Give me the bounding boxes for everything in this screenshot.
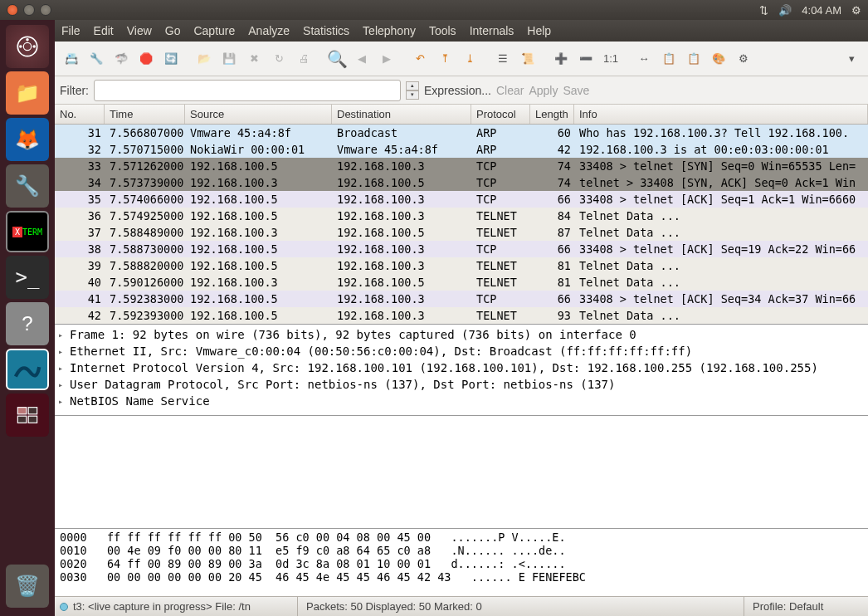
col-source[interactable]: Source	[185, 105, 332, 124]
packet-row[interactable]: 397.588820000192.168.100.5192.168.100.3T…	[55, 257, 868, 274]
packet-row[interactable]: 327.570715000NokiaWir_00:00:01Vmware_45:…	[55, 141, 868, 158]
window-close-button[interactable]	[7, 4, 18, 16]
tb-print-icon[interactable]: 🖨	[292, 47, 315, 71]
tb-open-icon[interactable]: 📂	[193, 47, 216, 71]
menu-help[interactable]: Help	[527, 24, 551, 37]
col-time[interactable]: Time	[105, 105, 185, 124]
launcher-dash[interactable]	[6, 25, 49, 68]
detail-line[interactable]: ▸User Datagram Protocol, Src Port: netbi…	[58, 376, 865, 393]
tb-save-icon[interactable]: 💾	[217, 47, 241, 71]
tb-start-icon[interactable]: 🦈	[110, 47, 133, 71]
filter-history-down[interactable]: ▾	[406, 90, 419, 100]
expert-info-led[interactable]	[60, 603, 68, 611]
packet-row[interactable]: 337.571262000192.168.100.5192.168.100.3T…	[55, 158, 868, 174]
tb-capture-filter-icon[interactable]: 📋	[657, 47, 680, 71]
tb-options-icon[interactable]: 🔧	[85, 47, 108, 71]
network-icon[interactable]: ⇅	[759, 4, 768, 17]
tb-goto-top-icon[interactable]: ⤒	[433, 47, 456, 71]
col-destination[interactable]: Destination	[332, 105, 471, 124]
tb-jump-back-icon[interactable]: ↶	[408, 47, 432, 71]
menu-edit[interactable]: Edit	[94, 24, 114, 37]
volume-icon[interactable]: 🔊	[778, 4, 792, 17]
menu-view[interactable]: View	[127, 24, 152, 37]
packet-row[interactable]: 387.588730000192.168.100.5192.168.100.3T…	[55, 241, 868, 257]
expand-icon[interactable]: ▸	[58, 364, 66, 373]
gear-icon[interactable]: ⚙	[851, 4, 861, 17]
col-info[interactable]: Info	[574, 105, 868, 124]
launcher-files[interactable]: 📁	[6, 71, 49, 115]
expand-icon[interactable]: ▸	[58, 380, 66, 389]
col-no[interactable]: No.	[55, 105, 105, 124]
tb-stop-icon[interactable]: 🛑	[134, 47, 158, 71]
menu-file[interactable]: File	[61, 24, 80, 37]
launcher-terminal[interactable]: >_	[6, 256, 49, 299]
tb-reload-icon[interactable]: ↻	[267, 47, 290, 71]
packet-details[interactable]: ▸Frame 1: 92 bytes on wire (736 bits), 9…	[55, 325, 868, 416]
apply-button[interactable]: Apply	[529, 84, 558, 97]
tb-interfaces-icon[interactable]: 📇	[60, 47, 83, 71]
packet-row[interactable]: 367.574925000192.168.100.5192.168.100.3T…	[55, 208, 868, 224]
status-profile: Profile: Default	[753, 600, 823, 613]
launcher-help[interactable]: ?	[6, 302, 49, 345]
menu-tools[interactable]: Tools	[429, 24, 456, 37]
clear-button[interactable]: Clear	[496, 84, 524, 97]
tb-next-icon[interactable]: ▶	[375, 47, 398, 71]
window-minimize-button[interactable]	[23, 4, 35, 16]
tb-coloring-rules-icon[interactable]: 🎨	[707, 47, 730, 71]
tb-find-icon[interactable]: 🔍	[325, 47, 349, 71]
launcher-workspace[interactable]	[6, 394, 49, 437]
menu-go[interactable]: Go	[165, 24, 181, 37]
menu-analyze[interactable]: Analyze	[248, 24, 290, 37]
tb-prev-icon[interactable]: ◀	[350, 47, 373, 71]
status-capture: t3: <live capture in progress> File: /tn	[73, 600, 297, 613]
tb-colorize-icon[interactable]: ☰	[491, 47, 514, 71]
col-length[interactable]: Length	[530, 105, 574, 124]
col-protocol[interactable]: Protocol	[471, 105, 530, 124]
detail-line[interactable]: ▸Ethernet II, Src: Vmware_c0:00:04 (00:5…	[58, 343, 865, 359]
launcher-wireshark[interactable]	[6, 349, 49, 390]
svg-rect-5	[17, 408, 26, 414]
expression-button[interactable]: Expression...	[424, 84, 491, 97]
tb-prefs-icon[interactable]: ⚙	[732, 47, 755, 71]
packet-list-header: No. Time Source Destination Protocol Len…	[55, 105, 868, 125]
tb-zoom-reset-icon[interactable]: 1:1	[599, 47, 622, 71]
tb-close-icon[interactable]: ✖	[242, 47, 266, 71]
top-panel: ⇅ 🔊 4:04 AM ⚙	[0, 0, 868, 20]
menu-statistics[interactable]: Statistics	[303, 24, 349, 37]
save-button[interactable]: Save	[563, 84, 589, 97]
filter-input[interactable]	[94, 80, 401, 101]
menu-telephony[interactable]: Telephony	[363, 24, 416, 37]
tb-zoom-out-icon[interactable]: ➖	[574, 47, 597, 71]
clock[interactable]: 4:04 AM	[802, 4, 841, 17]
packet-row[interactable]: 317.566807000Vmware_45:a4:8fBroadcastARP…	[55, 125, 868, 141]
packet-row[interactable]: 357.574066000192.168.100.5192.168.100.3T…	[55, 191, 868, 208]
packet-row[interactable]: 407.590126000192.168.100.3192.168.100.5T…	[55, 274, 868, 291]
launcher-trash[interactable]: 🗑️	[6, 565, 49, 608]
tb-overflow-icon[interactable]: ▾	[840, 47, 863, 71]
launcher-firefox[interactable]: 🦊	[6, 118, 49, 161]
packet-bytes[interactable]: 0000 ff ff ff ff ff ff 00 50 56 c0 00 04…	[55, 528, 868, 596]
packet-row[interactable]: 347.573739000192.168.100.3192.168.100.5T…	[55, 174, 868, 191]
menu-capture[interactable]: Capture	[193, 24, 235, 37]
expand-icon[interactable]: ▸	[58, 330, 66, 340]
detail-line[interactable]: ▸Internet Protocol Version 4, Src: 192.1…	[58, 359, 865, 376]
packet-row[interactable]: 417.592383000192.168.100.5192.168.100.3T…	[55, 291, 868, 307]
svg-rect-8	[28, 416, 37, 423]
tb-zoom-in-icon[interactable]: ➕	[549, 47, 573, 71]
tb-resize-cols-icon[interactable]: ↔	[632, 47, 656, 71]
detail-line[interactable]: ▸Frame 1: 92 bytes on wire (736 bits), 9…	[58, 326, 865, 343]
menu-internals[interactable]: Internals	[470, 24, 514, 37]
tb-autoscroll-icon[interactable]: 📜	[516, 47, 539, 71]
launcher-xterm[interactable]: XTERM	[6, 211, 49, 252]
tb-display-filter-icon[interactable]: 📋	[682, 47, 705, 71]
expand-icon[interactable]: ▸	[58, 397, 66, 406]
tb-goto-bottom-icon[interactable]: ⤓	[458, 47, 481, 71]
filter-history-up[interactable]: ▴	[406, 81, 419, 90]
detail-line[interactable]: ▸NetBIOS Name Service	[58, 393, 865, 409]
packet-row[interactable]: 377.588489000192.168.100.3192.168.100.5T…	[55, 224, 868, 241]
window-maximize-button[interactable]	[40, 4, 51, 16]
tb-restart-icon[interactable]: 🔄	[159, 47, 183, 71]
expand-icon[interactable]: ▸	[58, 347, 66, 356]
launcher-settings[interactable]: 🔧	[6, 164, 49, 208]
packet-row[interactable]: 427.592393000192.168.100.5192.168.100.3T…	[55, 307, 868, 324]
